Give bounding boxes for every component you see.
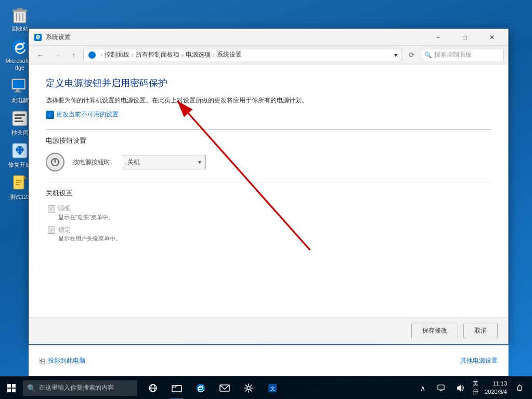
bottom-panel: ⎗ 投影到此电脑 其他电源设置 — [29, 345, 509, 376]
project-label: 投影到此电脑 — [48, 356, 85, 365]
start-button[interactable] — [0, 377, 23, 400]
project-icon: ⎗ — [40, 356, 45, 366]
svg-rect-23 — [16, 184, 20, 185]
ime-label: 册 — [473, 388, 478, 396]
repair-icon — [10, 141, 29, 160]
ime-button[interactable]: 文 — [261, 377, 284, 400]
power-btn-row: 按电源按钮时: 关机 ▾ — [46, 153, 491, 171]
path-segment-2: 控制面板 — [105, 50, 129, 59]
svg-rect-18 — [16, 149, 24, 151]
other-power-label: 其他电源设置 — [460, 357, 498, 364]
divider-2 — [46, 182, 491, 182]
date-display: 2020/3/4 — [485, 388, 507, 396]
svg-point-27 — [88, 51, 96, 59]
shield-icon — [46, 111, 54, 119]
recycle-bin-label: 回收站 — [11, 25, 29, 32]
power-btn-value: 关机 — [127, 158, 140, 167]
clock[interactable]: 11:13 2020/3/4 — [483, 380, 509, 396]
recycle-bin-icon — [10, 5, 29, 24]
change-settings-link[interactable]: 更改当前不可用的设置 — [46, 110, 491, 119]
power-btn-dropdown[interactable]: 关机 ▾ — [123, 155, 206, 169]
tray-display-icon[interactable] — [433, 380, 450, 396]
task-view-button[interactable] — [141, 377, 164, 400]
checkmark-lock: ✓ — [49, 227, 54, 233]
svg-rect-8 — [13, 80, 24, 88]
forward-button[interactable]: → — [50, 48, 64, 62]
settings-button[interactable] — [237, 377, 260, 400]
taskbar-center-icons: 文 — [141, 377, 284, 400]
path-segment-4: 电源选项 — [186, 50, 211, 59]
svg-rect-21 — [16, 180, 22, 181]
window-icon — [33, 33, 43, 42]
power-btn-section-title: 电源按钮设置 — [46, 136, 491, 145]
svg-rect-35 — [12, 389, 16, 392]
svg-rect-32 — [7, 384, 11, 388]
title-bar: 系统设置 − □ ✕ — [29, 29, 508, 46]
project-to-pc-link[interactable]: ⎗ 投影到此电脑 — [40, 356, 85, 366]
search-icon: 🔍 — [424, 51, 432, 59]
path-segment-3: 所有控制面板项 — [136, 50, 179, 59]
svg-rect-26 — [37, 36, 38, 39]
checkbox-list: ✓ 睡眠 显示在"电源"菜单中。 ✓ 锁定 显示在用户头像菜单中。 — [46, 204, 491, 243]
button-bar: 保存修改 取消 — [29, 317, 508, 344]
close-button[interactable]: ✕ — [480, 29, 504, 46]
svg-marker-48 — [457, 385, 461, 391]
svg-point-42 — [247, 387, 250, 390]
svg-point-6 — [12, 39, 27, 54]
divider-1 — [46, 129, 491, 130]
svg-rect-33 — [12, 384, 16, 388]
shortcuts-label: 秒关闭 — [11, 129, 29, 136]
lock-checkbox[interactable]: ✓ — [48, 227, 55, 234]
path-sep-3: › — [181, 51, 184, 59]
other-power-settings-link[interactable]: 其他电源设置 — [460, 356, 498, 365]
svg-rect-13 — [15, 117, 22, 119]
content-area: 定义电源按钮并启用密码保护 选择要为你的计算机设置的电源设置。在此页上对设置所做… — [29, 64, 508, 317]
control-panel-search[interactable]: 🔍 搜索控制面板 — [421, 49, 504, 61]
sleep-desc: 显示在"电源"菜单中。 — [58, 214, 491, 221]
power-btn-label: 按电源按钮时: — [73, 158, 114, 167]
edge-taskbar-button[interactable] — [189, 377, 212, 400]
taskbar-search-icon: 🔍 — [27, 384, 36, 392]
sleep-checkbox[interactable]: ✓ — [48, 205, 55, 212]
taskbar-search[interactable]: 🔍 在这里输入你要搜索的内容 — [23, 380, 137, 396]
tray-chevron[interactable]: ∧ — [414, 380, 431, 396]
svg-marker-20 — [24, 176, 27, 179]
desktop: 回收站 Microsoft Edge 此电脑 — [0, 0, 532, 399]
mail-button[interactable] — [213, 377, 236, 400]
address-path[interactable]: › 控制面板 › 所有控制面板项 › 电源选项 › 系统设置 ▾ — [83, 49, 402, 61]
change-settings-text: 更改当前不可用的设置 — [56, 110, 119, 119]
path-sep-1: › — [100, 51, 102, 59]
notification-button[interactable] — [511, 377, 528, 400]
page-description: 选择要为你的计算机设置的电源设置。在此页上对设置所做的更改将应用于你所有的电源计… — [46, 96, 491, 105]
path-sep-2: › — [132, 51, 134, 59]
up-button[interactable]: ↑ — [67, 48, 81, 62]
time-display: 11:13 — [485, 380, 507, 388]
back-button[interactable]: ← — [33, 48, 48, 62]
save-button[interactable]: 保存修改 — [411, 324, 458, 338]
power-icon — [46, 153, 64, 171]
address-bar: ← → ↑ › 控制面板 › 所有控制面板项 › 电源选项 › 系统设置 ▾ — [29, 46, 508, 64]
refresh-button[interactable]: ⟳ — [404, 48, 419, 62]
test-icon — [10, 174, 29, 192]
edge-icon — [10, 37, 29, 56]
sleep-checkbox-item: ✓ 睡眠 显示在"电源"菜单中。 — [48, 204, 491, 221]
dropdown-arrow-icon: ▾ — [198, 158, 201, 166]
lock-checkbox-item: ✓ 锁定 显示在用户头像菜单中。 — [48, 225, 491, 243]
minimize-button[interactable]: − — [426, 29, 450, 46]
repair-label: 修复开始 — [8, 162, 31, 168]
svg-rect-10 — [14, 91, 21, 92]
svg-rect-34 — [7, 389, 11, 392]
path-segment-5: 系统设置 — [217, 50, 242, 59]
svg-rect-39 — [172, 385, 181, 392]
maximize-button[interactable]: □ — [453, 29, 477, 46]
tray-volume-icon[interactable] — [452, 380, 469, 396]
cancel-button[interactable]: 取消 — [463, 324, 498, 338]
taskbar-search-text: 在这里输入你要搜索的内容 — [39, 383, 114, 392]
lang-label: 英 — [473, 380, 478, 388]
address-right-controls: ⟳ 🔍 搜索控制面板 — [404, 48, 504, 62]
file-explorer-button[interactable] — [165, 377, 188, 400]
svg-rect-2 — [12, 10, 27, 11]
shutdown-section-title: 关机设置 — [46, 189, 491, 198]
path-segment-1 — [88, 51, 98, 59]
tray-lang[interactable]: 英 册 — [471, 380, 481, 396]
